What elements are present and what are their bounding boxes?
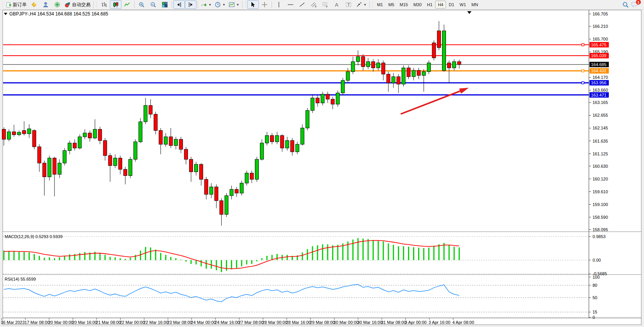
- toolbar-grip[interactable]: [244, 1, 246, 8]
- rsi-axis-tick-label: 100: [593, 275, 600, 279]
- candle-body: [174, 139, 178, 145]
- svg-text:T: T: [347, 2, 350, 7]
- fibonacci-button[interactable]: F: [319, 0, 331, 9]
- toolbar-grip[interactable]: [96, 1, 97, 8]
- candle-body: [93, 129, 97, 138]
- cursor-button[interactable]: [247, 0, 259, 9]
- crosshair-button[interactable]: [259, 0, 270, 9]
- candle-body: [63, 150, 66, 163]
- candle-body: [407, 68, 410, 77]
- candle-body: [346, 72, 350, 80]
- trendline-button[interactable]: [296, 0, 308, 9]
- candle-body: [58, 163, 61, 174]
- candlestick-chart-button[interactable]: [110, 0, 121, 9]
- chart-shift-button[interactable]: [173, 0, 185, 9]
- svg-text:E: E: [315, 5, 317, 8]
- time-axis-label: 28 Mar 16:00: [286, 320, 311, 325]
- indicators-button[interactable]: ▼: [199, 0, 213, 9]
- price-badge-label: 163.956: [591, 80, 606, 85]
- candle-body: [356, 56, 360, 61]
- metaeditor-button[interactable]: [40, 0, 51, 9]
- candle-body: [427, 63, 430, 72]
- toolbar-grip[interactable]: [372, 1, 374, 8]
- horizontal-line-icon: [287, 2, 294, 8]
- arrows-icon: [356, 2, 362, 8]
- candle-body: [210, 187, 213, 194]
- rsi-axis-tick-label: 15: [593, 310, 597, 314]
- text-label-button[interactable]: T: [343, 0, 354, 9]
- timeframe-button-h4[interactable]: H4: [435, 1, 446, 9]
- candle-body: [296, 144, 299, 152]
- bar-chart-button[interactable]: [98, 0, 110, 9]
- candle-body: [387, 74, 390, 83]
- dropdown-arrow-icon: ▼: [208, 3, 212, 7]
- candle-body: [144, 106, 147, 122]
- line-chart-button[interactable]: [121, 0, 133, 9]
- time-axis-label: 30 Mar 16:00: [357, 320, 383, 325]
- price-axis-tick-label: 163.660: [593, 88, 608, 92]
- candle-body: [382, 63, 385, 74]
- timeframe-button-mn[interactable]: MN: [469, 1, 481, 9]
- text-icon: A: [334, 2, 340, 8]
- candle-body: [159, 131, 162, 145]
- svg-text:F: F: [326, 5, 328, 8]
- gold-gem-icon: [31, 2, 37, 8]
- timeframe-button-m1[interactable]: M1: [374, 1, 386, 9]
- toolbar-grip[interactable]: [2, 1, 3, 8]
- candle-body: [103, 141, 107, 156]
- text-button[interactable]: A: [331, 0, 343, 9]
- candle-body: [205, 179, 208, 194]
- timeframe-button-w1[interactable]: W1: [457, 1, 469, 9]
- price-axis-tick-label: 161.125: [593, 152, 608, 156]
- candle-body: [12, 132, 16, 135]
- time-axis-label: 17 Mar 08:00: [24, 320, 50, 325]
- line-handle[interactable]: [582, 70, 584, 72]
- candle-body: [164, 137, 167, 144]
- zoom-in-button[interactable]: [136, 0, 147, 9]
- zoom-out-button[interactable]: [147, 0, 159, 9]
- price-axis-tick-label: 159.610: [593, 189, 608, 194]
- candle-body: [108, 155, 112, 165]
- line-handle[interactable]: [582, 82, 584, 84]
- timeframe-button-h1[interactable]: H1: [424, 1, 435, 9]
- macd-axis-tick-label: 0.9853: [593, 234, 606, 239]
- templates-button[interactable]: ▼: [227, 0, 241, 9]
- search-button[interactable]: [620, 0, 631, 9]
- candle-body: [448, 63, 451, 68]
- signals-button[interactable]: [51, 0, 63, 9]
- candle-body: [27, 129, 31, 134]
- candle-body: [453, 61, 456, 68]
- tile-windows-button[interactable]: [159, 0, 171, 9]
- profile-chart-icon: [43, 2, 49, 8]
- new-order-button[interactable]: 新订单: [4, 0, 28, 9]
- timeframe-button-m30[interactable]: M30: [411, 1, 424, 9]
- candle-body: [118, 158, 122, 169]
- candle-body: [280, 136, 284, 148]
- candle-body: [265, 136, 269, 143]
- time-axis-label: 31 Mar 08:00: [381, 320, 406, 325]
- arrows-button[interactable]: ▼: [354, 0, 368, 9]
- periods-button[interactable]: ▼: [213, 0, 227, 9]
- candle-body: [275, 136, 279, 142]
- candle-body: [336, 93, 340, 104]
- notifications-button[interactable]: 1: [631, 1, 639, 8]
- autotrading-label: 自动交易: [72, 2, 91, 8]
- timeframe-button-d1[interactable]: D1: [446, 1, 457, 9]
- toolbar-separator: [198, 1, 198, 8]
- autotrading-button[interactable]: 自动交易: [63, 0, 92, 9]
- marketwatch-button[interactable]: [28, 0, 40, 9]
- candle-body: [169, 137, 173, 146]
- equidistant-channel-button[interactable]: E: [308, 0, 319, 9]
- time-axis-label: 24 Mar 00:00: [191, 320, 216, 325]
- vertical-line-button[interactable]: [273, 0, 285, 9]
- candle-body: [53, 158, 56, 174]
- candle-body: [331, 99, 335, 104]
- timeframe-button-m5[interactable]: M5: [386, 1, 397, 9]
- zoom-out-icon: [150, 2, 156, 8]
- chart-canvas[interactable]: MACD(12,26,9) 0.5293 0.5939RSI(14) 55.65…: [0, 10, 644, 327]
- timeframe-button-m15[interactable]: M15: [397, 1, 410, 9]
- candle-body: [98, 129, 102, 140]
- line-handle[interactable]: [582, 44, 584, 46]
- horizontal-line-button[interactable]: [285, 0, 296, 9]
- auto-scroll-button[interactable]: [185, 0, 196, 9]
